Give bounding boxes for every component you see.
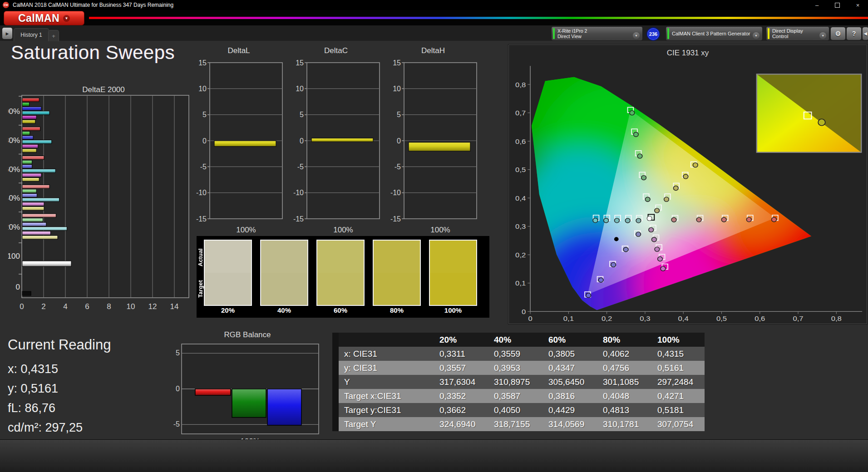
row-label: y: CIE31 [339, 361, 432, 375]
row-gutter [332, 417, 339, 431]
table-header: 80% [596, 333, 650, 347]
help-button[interactable]: ? [846, 27, 862, 40]
table-value: 0,3352 [432, 389, 487, 403]
svg-text:0,1: 0,1 [515, 279, 526, 287]
deltae-bar-20%-cyan [22, 227, 67, 231]
table-value: 307,0754 [650, 417, 705, 431]
svg-text:-10: -10 [196, 189, 207, 197]
table-value: 0,4271 [650, 389, 705, 403]
svg-text:10: 10 [127, 302, 135, 311]
cie1931-chart: CIE 1931 xy 00,10,20,30,40,50,60,70,800,… [508, 44, 867, 324]
actual-row-label: Actual [197, 241, 204, 273]
deltae-bar-40%-magenta [22, 202, 44, 206]
swatch-80% [373, 240, 421, 306]
deltae-bar-40%-cyan [22, 198, 59, 202]
svg-text:100%: 100% [8, 107, 20, 116]
collapse-button[interactable]: ◀ [862, 27, 868, 40]
swatch-label: 80% [372, 306, 422, 314]
current-reading-title: Current Reading [8, 337, 111, 353]
svg-text:5: 5 [300, 111, 304, 118]
close-button[interactable]: × [848, 0, 868, 10]
gear-icon: ⚙ [835, 30, 841, 37]
row-label: Target y:CIE31 [339, 403, 432, 417]
svg-text:0,7: 0,7 [515, 109, 526, 117]
svg-text:100%: 100% [333, 226, 353, 234]
svg-text:0,5: 0,5 [515, 166, 526, 173]
tab-bar: ► History 1 + X-Rite i1Pro 2Direct View … [0, 25, 868, 41]
table-value: 0,4048 [596, 389, 650, 403]
measurement-table: 20%40%60%80%100%x: CIE310,33110,35590,38… [332, 333, 705, 431]
deltae-bar-20%-yellow [22, 236, 58, 239]
maximize-button[interactable] [827, 0, 848, 10]
settings-button[interactable]: ⚙ [830, 27, 846, 40]
deltae-bar-40%-red [22, 185, 49, 188]
rgb-balance-chart: RGB Balance 50-5100% [173, 331, 322, 447]
svg-text:0,4: 0,4 [678, 315, 689, 322]
svg-text:5: 5 [202, 111, 207, 118]
add-tab-button[interactable]: + [48, 30, 59, 41]
meter-status-accent [553, 28, 555, 39]
deltae-bar-80%-magenta [22, 144, 38, 148]
table-value: 0,3816 [541, 389, 596, 403]
table-value: 317,6304 [432, 375, 487, 389]
reading-y: y: 0,5161 [8, 382, 58, 396]
svg-text:0,3: 0,3 [640, 315, 650, 322]
deltae-bar-60%-green [22, 160, 32, 164]
target-row-label: Target [197, 273, 204, 305]
row-gutter [332, 361, 339, 375]
deltae-bar-80%-yellow [22, 149, 36, 152]
svg-text:100%: 100% [430, 226, 450, 234]
tab-scroll-button[interactable]: ► [2, 27, 13, 39]
svg-text:10: 10 [198, 85, 207, 93]
meter-dropdown[interactable]: X-Rite i1Pro 2Direct View ▼ [551, 26, 643, 41]
tab-history-1[interactable]: History 1 [14, 28, 49, 41]
svg-text:0: 0 [176, 385, 180, 393]
table-value: 0,4050 [487, 403, 541, 417]
deltae2000-chart: DeltaE 2000 100%80%60%40%20%100002468101… [8, 87, 199, 320]
meter-badge[interactable]: 236 [646, 27, 660, 41]
reading-cdm2: cd/m²: 297,25 [8, 421, 83, 435]
svg-text:-15: -15 [196, 215, 207, 223]
svg-text:14: 14 [170, 302, 179, 311]
svg-text:12: 12 [148, 302, 157, 311]
row-label: Target x:CIE31 [339, 389, 432, 403]
svg-text:-10: -10 [390, 189, 401, 197]
table-header: 100% [650, 333, 705, 347]
display-control-dropdown[interactable]: Direct Display Control ▼ [766, 26, 829, 41]
svg-text:0,3: 0,3 [515, 222, 526, 230]
question-icon: ? [852, 30, 856, 37]
table-value: 301,1085 [596, 375, 650, 389]
row-label: Target Y [339, 417, 432, 431]
calman-logo-menu[interactable]: CalMAN ▼ [4, 11, 84, 25]
chevron-down-icon: ▼ [819, 32, 826, 39]
swatch-20% [204, 240, 252, 306]
table-value: 0,4062 [596, 347, 650, 361]
deltae-bar-80%-blue [22, 136, 33, 139]
swatch-label: 20% [203, 306, 253, 314]
table-value: 0,4315 [650, 347, 705, 361]
svg-text:0: 0 [397, 137, 401, 145]
svg-text:0,8: 0,8 [831, 315, 842, 322]
svg-text:0: 0 [202, 137, 207, 145]
deltae2000-title: DeltaE 2000 [8, 85, 199, 94]
svg-text:2: 2 [41, 302, 45, 311]
pattern-generator-dropdown[interactable]: CalMAN Client 3 Pattern Generator ▼ [666, 26, 763, 41]
table-value: 0,3311 [432, 347, 487, 361]
deltae-bar-40%-blue [22, 193, 37, 197]
row-label: x: CIE31 [339, 347, 432, 361]
table-value: 0,5181 [650, 403, 705, 417]
deltae-bar-40%-green [22, 189, 36, 193]
deltae-bar-100%-blue [22, 107, 41, 110]
window-title: CalMAN 2018 CalMAN Ultimate for Business… [13, 2, 173, 8]
meter-label: X-Rite i1Pro 2Direct View [557, 28, 587, 39]
minimize-button[interactable]: – [807, 0, 827, 10]
deltah-chart: DeltaH 151050-5-10-15100% [388, 46, 478, 240]
deltae-bar-60%-yellow [22, 178, 39, 182]
table-header-spacer [339, 333, 432, 347]
rgb-balance-title: RGB Balance [173, 330, 322, 339]
reading-x: x: 0,4315 [8, 362, 58, 376]
title-bar: CM CalMAN 2018 CalMAN Ultimate for Busin… [0, 0, 868, 10]
deltae-bar-80%-green [22, 131, 30, 135]
calman-window: CM CalMAN 2018 CalMAN Ultimate for Busin… [0, 0, 868, 472]
table-value: 318,7155 [487, 417, 541, 431]
